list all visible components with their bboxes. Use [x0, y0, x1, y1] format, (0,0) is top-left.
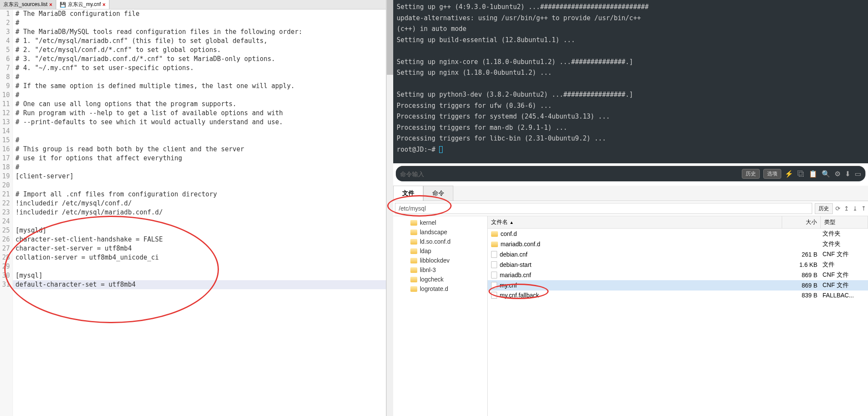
terminal-line: Setting up nginx (1.18.0-0ubuntu1.2) ... [397, 67, 865, 79]
code-line[interactable]: character-set-server = utf8mb4 [13, 244, 386, 253]
command-input[interactable] [400, 171, 738, 177]
file-browser-tabs: 文件 命令 [393, 186, 868, 201]
code-line[interactable]: [client-server] [13, 172, 386, 181]
code-line[interactable]: # [13, 73, 386, 82]
download-icon[interactable]: ⤓ [853, 205, 858, 212]
code-line[interactable]: # --print-defaults to see which it would… [13, 118, 386, 127]
file-icon [491, 261, 497, 268]
code-line[interactable]: # If the same option is defined multiple… [13, 82, 386, 91]
close-icon[interactable]: × [103, 2, 106, 8]
code-line[interactable]: # [13, 163, 386, 172]
file-size: 261 B [782, 251, 821, 258]
file-row[interactable]: mariadb.cnf869 BCNF 文件 [488, 270, 868, 280]
file-row[interactable]: debian.cnf261 BCNF 文件 [488, 249, 868, 260]
gear-icon[interactable]: ⚙ [835, 170, 841, 178]
editor-scrollbar[interactable] [386, 0, 393, 416]
code-line[interactable]: # The MariaDB configuration file [13, 9, 386, 18]
code-line[interactable]: # use it for options that affect everyth… [13, 154, 386, 163]
download-icon[interactable]: ⬇ [845, 170, 850, 178]
tab-my-cnf[interactable]: 💾 京东云_my.cnf × [56, 0, 109, 9]
file-name: debian.cnf [500, 251, 528, 258]
search-icon[interactable]: 🔍 [822, 170, 830, 178]
line-number: 5 [0, 46, 10, 55]
file-icon [491, 251, 497, 258]
paste-icon[interactable]: 📋 [809, 170, 817, 178]
path-input[interactable] [395, 203, 812, 214]
folder-tree[interactable]: kernellandscapeld.so.conf.dldaplibblockd… [393, 216, 488, 416]
close-icon[interactable]: × [49, 2, 52, 8]
path-bar: 历史 ⟳ ↥ ⤓ ⤒ [393, 201, 868, 216]
folder-tree-item[interactable]: kernel [393, 218, 487, 227]
file-name: conf.d [501, 230, 517, 237]
code-line[interactable]: [mysql] [13, 271, 386, 280]
code-line[interactable] [13, 262, 386, 271]
code-line[interactable]: # [13, 136, 386, 145]
terminal-output[interactable]: Setting up g++ (4:9.3.0-1ubuntu2) ...###… [393, 0, 868, 163]
code-line[interactable]: # Run program with --help to get a list … [13, 109, 386, 118]
code-area[interactable]: # The MariaDB configuration file## The M… [13, 9, 386, 416]
refresh-icon[interactable]: ⟳ [835, 205, 841, 212]
line-number: 9 [0, 82, 10, 91]
code-line[interactable]: !includedir /etc/mysql/mariadb.conf.d/ [13, 208, 386, 217]
code-line[interactable]: collation-server = utf8mb4_unicode_ci [13, 253, 386, 262]
code-line[interactable]: default-character-set = utf8mb4 [13, 280, 386, 289]
folder-tree-item[interactable]: ldap [393, 246, 487, 256]
line-number: 14 [0, 127, 10, 136]
code-line[interactable]: character-set-client-handshake = FALSE [13, 235, 386, 244]
code-line[interactable]: # Import all .cnf files from configurati… [13, 190, 386, 199]
tab-files[interactable]: 文件 [393, 186, 423, 201]
code-line[interactable]: !includedir /etc/mysql/conf.d/ [13, 199, 386, 208]
code-line[interactable]: # 1. "/etc/mysql/mariadb.cnf" (this file… [13, 37, 386, 46]
file-row[interactable]: my.cnf.fallback839 BFALLBAC... [488, 291, 868, 300]
file-row[interactable]: mariadb.conf.d文件夹 [488, 239, 868, 249]
options-button[interactable]: 选项 [763, 169, 781, 179]
folder-tree-item[interactable]: landscape [393, 227, 487, 237]
code-line[interactable]: # 3. "/etc/mysql/mariadb.conf.d/*.cnf" t… [13, 55, 386, 64]
code-line[interactable]: # One can use all long options that the … [13, 100, 386, 109]
header-name[interactable]: 文件名 ▲ [488, 216, 782, 228]
code-line[interactable]: # [13, 91, 386, 100]
header-size[interactable]: 大小 [782, 216, 821, 228]
folder-tree-item[interactable]: libblockdev [393, 256, 487, 265]
code-line[interactable]: # 4. "~/.my.cnf" to set user-specific op… [13, 64, 386, 73]
up-icon[interactable]: ↥ [844, 205, 849, 212]
code-line[interactable]: # The MariaDB/MySQL tools read configura… [13, 28, 386, 37]
header-type[interactable]: 类型 [821, 216, 868, 228]
folder-icon [410, 277, 417, 282]
line-number: 11 [0, 100, 10, 109]
sort-asc-icon: ▲ [510, 220, 514, 225]
file-name: mariadb.cnf [500, 272, 531, 278]
folder-tree-item[interactable]: logrotate.d [393, 284, 487, 294]
maximize-icon[interactable]: ▭ [855, 170, 861, 178]
code-line[interactable]: [mysqld] [13, 226, 386, 235]
code-line[interactable] [13, 217, 386, 226]
file-row[interactable]: debian-start1.6 KB文件 [488, 260, 868, 270]
file-name: mariadb.conf.d [501, 241, 540, 248]
file-row[interactable]: my.cnf869 BCNF 文件 [488, 280, 868, 291]
tab-sources-list[interactable]: 京东云_sources.list × [0, 0, 56, 9]
code-line[interactable]: # 2. "/etc/mysql/conf.d/*.cnf" to set gl… [13, 46, 386, 55]
history-button[interactable]: 历史 [742, 169, 760, 179]
line-number: 10 [0, 91, 10, 100]
folder-name: libnl-3 [420, 266, 436, 273]
code-line[interactable]: # This group is read both both by the cl… [13, 145, 386, 154]
folder-tree-item[interactable]: libnl-3 [393, 265, 487, 275]
folder-tree-item[interactable]: ld.so.conf.d [393, 237, 487, 246]
path-history-button[interactable]: 历史 [815, 203, 833, 214]
terminal-line: Setting up build-essential (12.8ubuntu1.… [397, 35, 865, 46]
save-disk-icon: 💾 [60, 2, 66, 8]
file-name: debian-start [500, 261, 531, 268]
code-line[interactable] [13, 181, 386, 190]
code-line[interactable]: # [13, 18, 386, 28]
tab-commands[interactable]: 命令 [423, 186, 453, 201]
folder-tree-item[interactable]: logcheck [393, 275, 487, 284]
code-line[interactable] [13, 127, 386, 136]
file-row[interactable]: conf.d文件夹 [488, 229, 868, 239]
code-editor[interactable]: 1234567891011121314151617181920212223242… [0, 9, 386, 416]
folder-icon [410, 286, 417, 292]
copy-icon[interactable]: ⿻ [798, 170, 804, 178]
terminal-line: Processing triggers for man-db (2.9.1-1)… [397, 122, 865, 134]
line-number: 23 [0, 208, 10, 217]
bolt-icon[interactable]: ⚡ [785, 170, 793, 178]
upload-icon[interactable]: ⤒ [861, 205, 866, 212]
